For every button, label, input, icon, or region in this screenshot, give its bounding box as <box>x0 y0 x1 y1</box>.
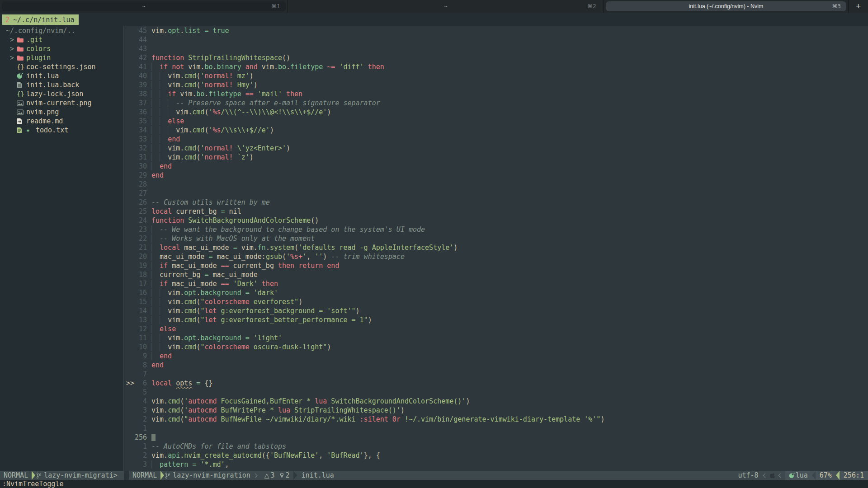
code-token: lua <box>278 406 290 414</box>
code-text: ▏ current_bg = mac_ui_mode <box>151 270 258 279</box>
code-text: ▏ ▏ vim.cmd("colorscheme oscura-dusk-lig… <box>151 343 331 352</box>
code-line[interactable]: 32▏ ▏ vim.cmd('normal! \'yz<Enter>') <box>124 144 868 153</box>
code-line[interactable]: 31▏ ▏ vim.cmd('normal! `z') <box>124 153 868 162</box>
terminal-tab-3[interactable]: init.lua (~/.config/nvim) - Nvim⌘3 <box>604 0 848 13</box>
code-line[interactable]: 40▏ ▏ vim.cmd('normal! mz') <box>124 71 868 80</box>
tmux-window-badge[interactable]: 2 ~/.c/n/init.lua <box>2 14 79 25</box>
git-branch-icon <box>36 472 42 479</box>
sign-column <box>124 53 133 62</box>
code-token: cmd <box>168 406 180 414</box>
tree-item-lazy-lock.json[interactable]: {}lazy-lock.json <box>0 89 123 99</box>
code-token: }, { <box>364 451 380 460</box>
code-line[interactable]: 256 <box>124 433 868 442</box>
new-tab-button[interactable]: + <box>849 0 868 13</box>
nvimtree-root[interactable]: ~/.config/nvim/.. <box>0 26 123 35</box>
code-line[interactable]: >>6local opts = {} <box>124 379 868 388</box>
sign-column <box>124 352 133 361</box>
terminal-tab-1[interactable]: ~⌘1 <box>0 0 288 13</box>
code-line[interactable]: 1-- AutoCMDs for file and tabstops <box>124 442 868 451</box>
code-token: 'BufNewFile' <box>270 451 319 460</box>
code-text: ▏ else <box>151 324 176 333</box>
tree-item-coc-settings.json[interactable]: {}coc-settings.json <box>0 62 123 71</box>
code-line[interactable]: 9▏ end <box>124 352 868 361</box>
code-token: bo <box>196 90 204 98</box>
code-line[interactable]: 17▏ if mac_ui_mode == 'Dark' then <box>124 279 868 288</box>
code-token: ' <box>302 253 307 261</box>
code-line[interactable]: 29end <box>124 171 868 180</box>
code-text: vim.opt.list = true <box>151 26 229 35</box>
code-line[interactable]: 8end <box>124 361 868 370</box>
expand-arrow-icon[interactable]: > <box>10 35 17 44</box>
vim-command-line[interactable]: :NvimTreeToggle <box>0 480 868 488</box>
code-line[interactable]: 4vim.cmd('autocmd FocusGained,BufEnter *… <box>124 397 868 406</box>
tree-item-todo.txt[interactable]: ★todo.txt <box>0 126 123 135</box>
code-line[interactable]: 25local current_bg = nil <box>124 207 868 216</box>
code-token: ({ <box>262 451 270 460</box>
tree-item-readme.md[interactable]: readme.md <box>0 117 123 126</box>
hint-count: 2 <box>286 471 290 479</box>
code-line[interactable]: 45vim.opt.list = true <box>124 26 868 35</box>
line-number: 10 <box>133 343 147 352</box>
code-line[interactable]: 12▏ else <box>124 324 868 333</box>
line-number: 27 <box>133 189 147 198</box>
tree-item-.git[interactable]: >.git <box>0 35 123 44</box>
code-token: bo <box>204 63 212 71</box>
code-line[interactable]: 30▏ end <box>124 162 868 171</box>
code-line[interactable]: 39▏ ▏ vim.cmd('normal! Hmy') <box>124 80 868 89</box>
tree-item-plugin[interactable]: >plugin <box>0 53 123 62</box>
terminal-tab-2[interactable]: ~⌘2 <box>288 0 604 13</box>
code-line[interactable]: 2vim.cmd("autocmd BufNewFile ~/vimwiki/d… <box>124 415 868 424</box>
sign-column <box>124 324 133 333</box>
code-token: then <box>368 63 384 71</box>
code-line[interactable]: 21▏ local mac_ui_mode = vim.fn.system('d… <box>124 243 868 252</box>
sign-column <box>124 71 133 80</box>
code-token: mz' <box>233 72 250 80</box>
code-line[interactable]: 16▏ ▏ vim.opt.background = 'dark' <box>124 288 868 297</box>
code-line[interactable]: 27 <box>124 189 868 198</box>
code-line[interactable]: 35▏ ▏ else <box>124 117 868 126</box>
tree-item-colors[interactable]: >colors <box>0 44 123 53</box>
code-line[interactable]: 33▏ ▏ end <box>124 135 868 144</box>
code-line[interactable]: 38▏ ▏ if vim.bo.filetype == 'mail' then <box>124 89 868 99</box>
code-line[interactable]: 10▏ ▏ vim.cmd("colorscheme oscura-dusk-l… <box>124 343 868 352</box>
code-line[interactable]: 28 <box>124 180 868 189</box>
line-number: 7 <box>133 370 147 379</box>
sign-column <box>124 297 133 306</box>
code-line[interactable]: 44 <box>124 35 868 44</box>
code-line[interactable]: 7 <box>124 370 868 379</box>
code-line[interactable]: 36▏ ▏ ▏ vim.cmd('%s/\\(^--\\)\\@<!\\s\\+… <box>124 108 868 117</box>
tree-item-init.lua[interactable]: init.lua <box>0 71 123 80</box>
expand-arrow-icon[interactable]: > <box>10 44 17 53</box>
code-token: cmd <box>184 153 196 161</box>
code-line[interactable]: 14▏ ▏ vim.cmd("let g:everforest_backgrou… <box>124 306 868 315</box>
code-line[interactable]: 37▏ ▏ ▏ -- Preserve space after e-mail s… <box>124 99 868 108</box>
indent-guide: ▏ ▏ <box>151 135 168 143</box>
code-line[interactable]: 3vim.cmd('autocmd BufWritePre * lua Stri… <box>124 406 868 415</box>
code-line[interactable]: 24function SwitchBackgroundAndColorSchem… <box>124 216 868 225</box>
markdown-icon <box>17 118 26 124</box>
code-line[interactable]: 41▏ if not vim.bo.binary and vim.bo.file… <box>124 62 868 71</box>
tree-item-nvim-current.png[interactable]: nvim-current.png <box>0 99 123 108</box>
line-number: 45 <box>133 26 147 35</box>
tree-item-init.lua.back[interactable]: init.lua.back <box>0 80 123 89</box>
tree-item-nvim.png[interactable]: nvim.png <box>0 108 123 117</box>
code-line[interactable]: 3▏ pattern = '*.md', <box>124 460 868 469</box>
code-line[interactable]: 22▏ -- Works with MacOS only at the mome… <box>124 234 868 243</box>
code-line[interactable]: 2vim.api.nvim_create_autocmd({'BufNewFil… <box>124 451 868 460</box>
code-line[interactable]: 20▏ mac_ui_mode = mac_ui_mode:gsub('%s+'… <box>124 252 868 261</box>
code-line[interactable]: 1 <box>124 424 868 433</box>
expand-arrow-icon[interactable]: > <box>10 53 17 62</box>
code-line[interactable]: 11▏ ▏ vim.opt.background = 'light' <box>124 333 868 343</box>
code-line[interactable]: 42function StripTrailingWhitespace() <box>124 53 868 62</box>
code-line[interactable]: 15▏ ▏ vim.cmd("colorscheme everforest") <box>124 297 868 306</box>
code-line[interactable]: 19▏ if mac_ui_mode == current_bg then re… <box>124 261 868 270</box>
code-line[interactable]: 26-- Custom utils written by me <box>124 198 868 207</box>
code-line[interactable]: 34▏ ▏ ▏ vim.cmd('%s/\\s\\+$//e') <box>124 126 868 135</box>
code-line[interactable]: 43 <box>124 44 868 53</box>
code-line[interactable]: 23▏ -- We want the background to change … <box>124 225 868 234</box>
editor-buffer[interactable]: 45vim.opt.list = true444342function Stri… <box>124 26 868 471</box>
code-line[interactable]: 5 <box>124 388 868 397</box>
code-line[interactable]: 18▏ current_bg = mac_ui_mode <box>124 270 868 279</box>
code-token: `z' <box>233 153 250 161</box>
code-line[interactable]: 13▏ ▏ vim.cmd("let g:everforest_better_p… <box>124 315 868 324</box>
